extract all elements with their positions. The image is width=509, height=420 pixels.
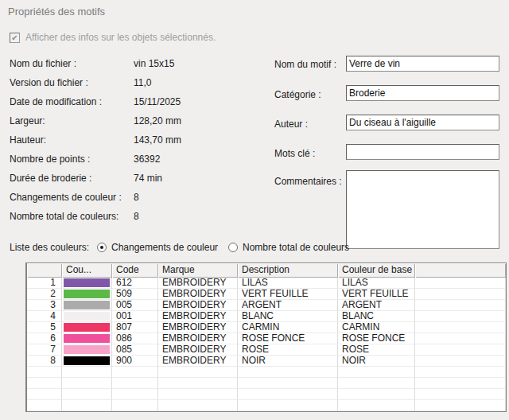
table-row[interactable]: 1612EMBROIDERYLILASLILAS (27, 278, 506, 289)
info-value: 11,0 (134, 77, 151, 88)
cell-empty (415, 389, 506, 400)
cell-brand: EMBROIDERY (158, 289, 238, 300)
show-info-checkbox[interactable]: ✔ (10, 33, 20, 43)
author-input[interactable] (346, 115, 499, 130)
category-input[interactable] (346, 85, 499, 101)
cell-color-swatch (62, 278, 112, 289)
cell-empty (158, 389, 238, 400)
info-label: Nom du fichier : (10, 58, 134, 69)
cell-description: ARGENT (238, 300, 338, 311)
header-base-color[interactable]: Couleur de base (338, 263, 415, 278)
info-label: Version du fichier : (10, 77, 134, 88)
thread-color-swatch (64, 334, 110, 343)
info-label: Nombre de points : (10, 154, 134, 165)
cell-description: ROSE FONCÉ (238, 333, 338, 344)
header-description[interactable]: Description (238, 263, 338, 278)
thread-color-swatch (64, 290, 110, 298)
cell-code: 086 (112, 333, 158, 344)
cell-empty (415, 367, 506, 378)
info-value: 15/11/2025 (134, 96, 181, 107)
cell-empty (158, 367, 238, 378)
cell-empty (112, 389, 158, 400)
table-row[interactable]: 7085EMBROIDERYROSEROSE (27, 344, 506, 356)
color-list-table: Cou... Code Marque Description Couleur d… (25, 262, 507, 412)
show-info-checkbox-row: ✔ Afficher des infos sur les objets séle… (10, 32, 216, 43)
cell-code: 001 (112, 311, 158, 322)
cell-base-color: VERT FEUILLE (338, 289, 415, 300)
info-value: 8 (134, 211, 139, 222)
info-row-filename: Nom du fichier : vin 15x15 (10, 54, 272, 73)
info-label: Hauteur: (10, 134, 134, 146)
cell-base-color: ARGENT (338, 300, 415, 311)
cell-empty (27, 400, 62, 411)
thread-color-swatch (64, 278, 110, 287)
header-row-number[interactable] (27, 263, 62, 278)
cell-description: VERT FEUILLE (238, 289, 338, 300)
info-row-color-changes: Changements de couleur : 8 (10, 188, 272, 207)
cell-empty (238, 367, 338, 378)
design-name-input[interactable] (346, 56, 499, 72)
radio-color-changes[interactable]: Changements de couleur (97, 242, 218, 253)
info-value: 128,20 mm (134, 115, 181, 126)
cell-filler (415, 356, 506, 367)
keywords-input[interactable] (346, 144, 499, 160)
cell-description: ROSE (238, 344, 338, 356)
info-value: vin 15x15 (134, 58, 174, 69)
table-row[interactable]: 8900EMBROIDERYNOIRNOIR (27, 356, 506, 367)
comments-textarea[interactable] (346, 170, 499, 249)
cell-description: LILAS (238, 278, 338, 289)
cell-color-swatch (62, 322, 112, 333)
cell-brand: EMBROIDERY (158, 278, 238, 289)
radio-total-colors[interactable]: Nombre total de couleurs (228, 242, 349, 253)
cell-empty (158, 400, 238, 411)
thread-color-swatch (64, 312, 110, 321)
table-empty-row (27, 389, 506, 400)
cell-code: 085 (112, 344, 158, 356)
cell-filler (415, 333, 506, 344)
table-row[interactable]: 6086EMBROIDERYROSE FONCÉROSE FONCÉ (27, 333, 506, 344)
cell-base-color: CARMIN (338, 322, 415, 333)
cell-row-number: 8 (27, 356, 62, 367)
cell-description: CARMIN (238, 322, 338, 333)
header-color[interactable]: Cou... (62, 263, 112, 278)
cell-color-swatch (62, 300, 112, 311)
cell-row-number: 1 (27, 278, 62, 289)
cell-brand: EMBROIDERY (158, 311, 238, 322)
radio-unselected-icon (228, 243, 238, 252)
dialog-title: Propriétés des motifs (8, 6, 105, 18)
cell-base-color: LILAS (338, 278, 415, 289)
header-brand[interactable]: Marque (158, 263, 238, 278)
show-info-checkbox-label: Afficher des infos sur les objets sélect… (25, 32, 216, 43)
cell-empty (415, 400, 506, 411)
cell-empty (338, 400, 415, 411)
radio-color-changes-label: Changements de couleur (111, 242, 218, 253)
info-row-version: Version du fichier : 11,0 (10, 73, 272, 92)
comments-label: Commentaires : (274, 176, 342, 187)
keywords-label: Mots clé : (274, 148, 315, 159)
radio-total-colors-label: Nombre total de couleurs (243, 242, 349, 253)
cell-filler (415, 300, 506, 311)
cell-base-color: NOIR (338, 356, 415, 367)
header-filler (415, 263, 506, 278)
cell-filler (415, 311, 506, 322)
table-row[interactable]: 3005EMBROIDERYARGENTARGENT (27, 300, 506, 311)
cell-base-color: ROSE FONCÉ (338, 333, 415, 344)
table-row[interactable]: 5807EMBROIDERYCARMINCARMIN (27, 322, 506, 333)
table-row[interactable]: 4001EMBROIDERYBLANCBLANC (27, 311, 506, 322)
category-label: Catégorie : (274, 89, 321, 100)
cell-brand: EMBROIDERY (158, 356, 238, 367)
table-row[interactable]: 2509EMBROIDERYVERT FEUILLEVERT FEUILLE (27, 289, 506, 300)
info-row-duration: Durée de broderie : 74 min (10, 169, 272, 188)
header-code[interactable]: Code (112, 263, 158, 278)
cell-color-swatch (62, 311, 112, 322)
thread-color-swatch (64, 356, 110, 365)
info-row-stitch-count: Nombre de points : 36392 (10, 150, 272, 169)
cell-empty (238, 389, 338, 400)
cell-code: 807 (112, 322, 158, 333)
cell-color-swatch (62, 333, 112, 344)
cell-empty (62, 367, 112, 378)
info-value: 74 min (134, 173, 162, 184)
cell-empty (238, 378, 338, 389)
cell-filler (415, 278, 506, 289)
cell-description: NOIR (238, 356, 338, 367)
